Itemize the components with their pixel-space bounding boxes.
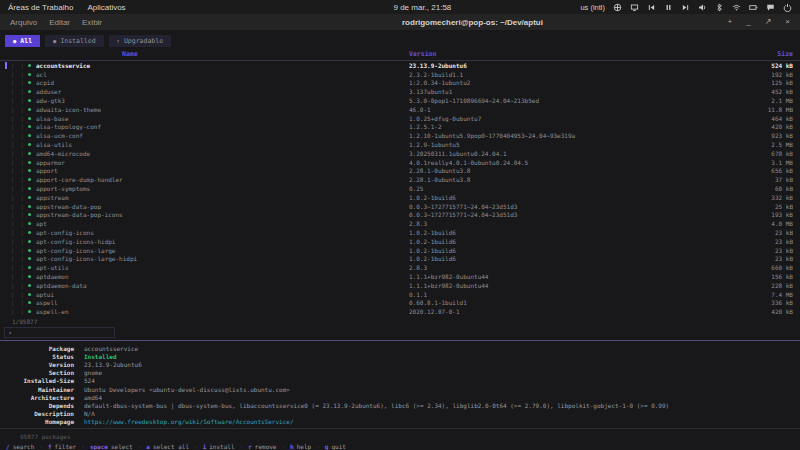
table-row[interactable]: [ ] apt 2.8.3 4.0 MB xyxy=(4,219,800,228)
row-checkbox[interactable]: [ ] xyxy=(11,264,26,271)
table-row[interactable]: [ ] aspell 0.60.8.1-1build1 336 kB xyxy=(4,299,800,308)
table-row[interactable]: [ ] acl 2.3.2-1build1.1 192 kB xyxy=(4,70,800,79)
table-row[interactable]: [ ] aspell-en 2020.12.07-0-1 420 kB xyxy=(4,307,800,316)
upgradable-tab[interactable]: ↑ Upgradable xyxy=(109,35,171,47)
package-name: aptdaemon-data xyxy=(36,282,409,289)
row-checkbox[interactable]: [ ] xyxy=(11,132,26,139)
table-row[interactable]: [ ] adwaita-icon-theme 46.0-1 11.8 MB xyxy=(4,105,800,114)
row-checkbox[interactable]: [ ] xyxy=(11,247,26,254)
row-checkbox[interactable]: [ ] xyxy=(11,71,26,78)
table-row[interactable]: [ ] alsa-base 1.0.25+dfsg-0ubuntu7 464 k… xyxy=(4,114,800,123)
installed-tab[interactable]: ● Installed xyxy=(45,35,104,47)
table-row[interactable]: [ ] accountsservice 23.13.9-2ubuntu6 524… xyxy=(4,61,800,70)
new-tab-window-button[interactable]: + xyxy=(728,18,733,26)
bluetooth-icon[interactable] xyxy=(715,3,724,12)
table-row[interactable]: [ ] aptdaemon-data 1.1.1+bzr982-0ubuntu4… xyxy=(4,281,800,290)
row-checkbox[interactable]: [ ] xyxy=(11,176,26,183)
row-checkbox[interactable]: [ ] xyxy=(11,255,26,262)
table-row[interactable]: [ ] appstream-data-pop 0.0.3~1727715771~… xyxy=(4,202,800,211)
volume-icon[interactable] xyxy=(698,3,707,12)
minimize-window-button[interactable]: _ xyxy=(746,18,750,26)
row-checkbox[interactable]: [ ] xyxy=(11,220,26,227)
table-row[interactable]: [ ] adduser 3.137ubuntu1 452 kB xyxy=(4,87,800,96)
close-window-button[interactable]: × xyxy=(785,18,790,26)
wifi-icon[interactable] xyxy=(732,3,741,12)
table-row[interactable]: [ ] acpid 1:2.0.34-1ubuntu2 125 kB xyxy=(4,79,800,88)
table-row[interactable]: [ ] adw-gtk3 5.3.0-0pop1~1710896694~24.0… xyxy=(4,96,800,105)
installed-dot-icon xyxy=(28,90,31,93)
system-tray[interactable]: us (intl) xyxy=(580,3,792,12)
table-row[interactable]: [ ] appstream-data-pop-icons 0.0.3~17277… xyxy=(4,211,800,220)
row-checkbox[interactable]: [ ] xyxy=(11,194,26,201)
package-size: 464 kB xyxy=(709,115,800,122)
selection-cursor xyxy=(5,220,7,227)
table-row[interactable]: [ ] apport-symptoms 0.25 60 kB xyxy=(4,184,800,193)
installed-dot-icon xyxy=(28,161,31,164)
menu-item[interactable]: Exibir xyxy=(82,18,102,27)
row-checkbox[interactable]: [ ] xyxy=(11,308,26,315)
table-row[interactable]: [ ] alsa-topology-conf 1.2.5.1-2 420 kB xyxy=(4,123,800,132)
table-row[interactable]: [ ] apt-config-icons-hidpi 1.0.2-1build6… xyxy=(4,237,800,246)
installed-dot-icon xyxy=(28,275,31,278)
package-version: 1:2.0.34-1ubuntu2 xyxy=(409,79,709,86)
shortcut-hint: f filter xyxy=(34,443,76,450)
package-size: 23 kB xyxy=(709,229,800,236)
row-checkbox[interactable]: [ ] xyxy=(11,97,26,104)
row-checkbox[interactable]: [ ] xyxy=(11,273,26,280)
workspaces-button[interactable]: Áreas de Trabalho xyxy=(8,3,73,12)
detail-value: https://www.freedesktop.org/wiki/Softwar… xyxy=(84,418,800,426)
media-pause-icon[interactable] xyxy=(664,3,673,12)
menu-item[interactable]: Editar xyxy=(49,18,70,27)
table-row[interactable]: [ ] aptdaemon 1.1.1+bzr982-0ubuntu44 156… xyxy=(4,272,800,281)
chat-icon[interactable] xyxy=(766,3,775,12)
row-checkbox[interactable]: [ ] xyxy=(11,167,26,174)
row-checkbox[interactable]: [ ] xyxy=(11,150,26,157)
row-checkbox[interactable]: [ ] xyxy=(11,88,26,95)
orientation-icon[interactable] xyxy=(613,3,622,12)
row-checkbox[interactable]: [ ] xyxy=(11,211,26,218)
detail-label: Architecture xyxy=(0,394,74,402)
terminal-titlebar[interactable]: ArquivoEditarExibir rodrigomecheri@pop-o… xyxy=(0,14,800,30)
row-checkbox[interactable]: [ ] xyxy=(11,115,26,122)
row-checkbox[interactable]: [ ] xyxy=(11,62,26,69)
table-row[interactable]: [ ] alsa-utils 1.2.9-1ubuntu5 2.5 MB xyxy=(4,140,800,149)
row-checkbox[interactable]: [ ] xyxy=(11,79,26,86)
selection-cursor xyxy=(5,88,7,95)
row-checkbox[interactable]: [ ] xyxy=(11,229,26,236)
battery-icon[interactable] xyxy=(749,3,758,12)
row-checkbox[interactable]: [ ] xyxy=(11,123,26,130)
row-checkbox[interactable]: [ ] xyxy=(11,291,26,298)
row-checkbox[interactable]: [ ] xyxy=(11,185,26,192)
selection-cursor xyxy=(5,211,7,218)
row-checkbox[interactable]: [ ] xyxy=(11,159,26,166)
table-row[interactable]: [ ] apt-config-icons 1.0.2-1build6 23 kB xyxy=(4,228,800,237)
row-checkbox[interactable]: [ ] xyxy=(11,141,26,148)
table-row[interactable]: [ ] amd64-microcode 3.20250311.1ubuntu0.… xyxy=(4,149,800,158)
table-row[interactable]: [ ] apparmor 4.0.1really4.0.1-0ubuntu0.2… xyxy=(4,158,800,167)
display-icon[interactable] xyxy=(630,3,639,12)
row-checkbox[interactable]: [ ] xyxy=(11,203,26,210)
table-row[interactable]: [ ] apport-core-dump-handler 2.28.1-0ubu… xyxy=(4,175,800,184)
menu-item[interactable]: Arquivo xyxy=(10,18,37,27)
table-row[interactable]: [ ] aptui 0.1.1 7.4 MB xyxy=(4,290,800,299)
clock[interactable]: 9 de mar., 21:58 xyxy=(393,3,451,12)
detail-row: Architecture amd64 xyxy=(0,394,800,402)
table-row[interactable]: [ ] apt-utils 2.8.3 660 kB xyxy=(4,263,800,272)
row-checkbox[interactable]: [ ] xyxy=(11,238,26,245)
table-row[interactable]: [ ] alsa-ucm-conf 1.2.10-1ubuntu5.9pop0~… xyxy=(4,131,800,140)
power-icon[interactable] xyxy=(783,3,792,12)
table-row[interactable]: [ ] appstream 1.0.2-1build6 332 kB xyxy=(4,193,800,202)
keyboard-layout-indicator[interactable]: us (intl) xyxy=(580,3,605,12)
row-checkbox[interactable]: [ ] xyxy=(11,282,26,289)
filter-input[interactable]: › xyxy=(4,327,115,338)
row-checkbox[interactable]: [ ] xyxy=(11,106,26,113)
all-tab[interactable]: ● All xyxy=(5,35,40,47)
table-row[interactable]: [ ] apt-config-icons-large 1.0.2-1build6… xyxy=(4,246,800,255)
row-checkbox[interactable]: [ ] xyxy=(11,299,26,306)
applications-button[interactable]: Aplicativos xyxy=(87,3,125,12)
media-next-icon[interactable] xyxy=(681,3,690,12)
media-previous-icon[interactable] xyxy=(647,3,656,12)
maximize-window-button[interactable]: ↗ xyxy=(765,18,772,26)
table-row[interactable]: [ ] apt-config-icons-large-hidpi 1.0.2-1… xyxy=(4,255,800,264)
table-row[interactable]: [ ] apport 2.28.1-0ubuntu3.8 656 kB xyxy=(4,167,800,176)
